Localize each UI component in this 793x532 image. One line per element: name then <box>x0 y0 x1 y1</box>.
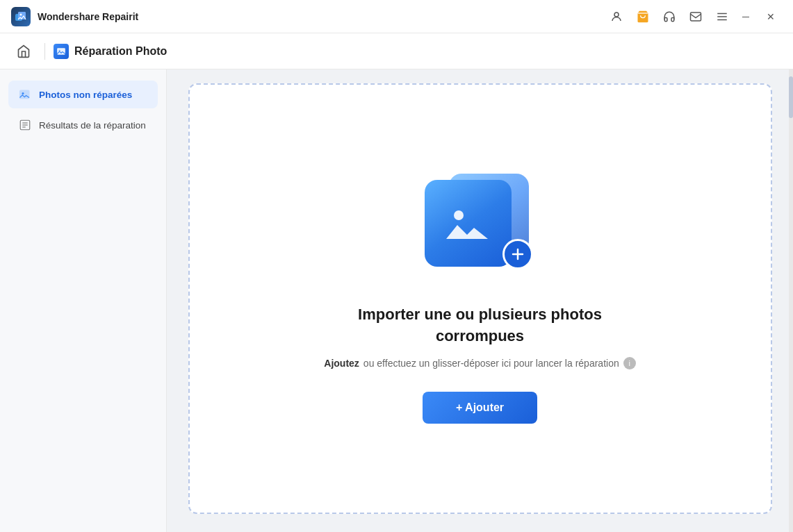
headset-icon[interactable] <box>662 10 676 24</box>
add-button[interactable]: + Ajouter <box>423 392 537 424</box>
minimize-button[interactable]: ─ <box>735 6 757 28</box>
drop-subtitle-rest: ou effectuez un glisser-déposer ici pour… <box>363 358 619 369</box>
add-circle-icon <box>502 239 533 269</box>
results-icon <box>18 118 32 132</box>
sidebar: Photos non réparées Résultats de la répa… <box>0 69 167 532</box>
info-icon[interactable]: i <box>623 357 636 369</box>
svg-point-18 <box>454 210 464 220</box>
sidebar-item-repair-results[interactable]: Résultats de la réparation <box>8 111 158 139</box>
drop-subtitle-bold: Ajoutez <box>324 358 359 369</box>
unrepaired-icon <box>18 88 32 101</box>
main-layout: Photos non réparées Résultats de la répa… <box>0 69 793 532</box>
title-bar: Wondershare Repairit ─ <box>0 0 793 33</box>
scrollbar-thumb[interactable] <box>789 76 793 118</box>
photo-upload-icon <box>425 174 536 285</box>
scrollbar-track <box>789 69 793 532</box>
home-button[interactable] <box>11 39 36 64</box>
nav-photo-icon <box>54 44 69 59</box>
svg-point-4 <box>614 13 619 17</box>
menu-icon[interactable] <box>715 10 729 24</box>
sidebar-label-results: Résultats de la réparation <box>39 120 146 131</box>
content-area: Importer une ou plusieurs photos corromp… <box>167 69 793 532</box>
close-button[interactable]: ✕ <box>760 6 782 28</box>
drop-subtitle: Ajoutez ou effectuez un glisser-déposer … <box>324 357 635 369</box>
svg-rect-10 <box>57 48 65 54</box>
sidebar-item-unrepaired-photos[interactable]: Photos non réparées <box>8 81 158 108</box>
cart-icon[interactable] <box>636 10 650 24</box>
nav-bar: Réparation Photo <box>0 33 793 69</box>
title-bar-icons <box>610 10 729 24</box>
drop-title: Importer une ou plusieurs photos corromp… <box>358 304 602 347</box>
page-title: Réparation Photo <box>74 45 167 58</box>
sidebar-label-unrepaired: Photos non réparées <box>39 90 132 100</box>
drop-zone[interactable]: Importer une ou plusieurs photos corromp… <box>188 83 772 514</box>
mail-icon[interactable] <box>689 10 703 24</box>
window-controls: ─ ✕ <box>735 6 782 28</box>
user-icon[interactable] <box>610 10 623 24</box>
nav-separator <box>44 43 45 60</box>
svg-point-13 <box>22 92 24 94</box>
svg-point-3 <box>20 13 22 15</box>
app-logo <box>11 7 31 26</box>
svg-rect-6 <box>691 13 701 21</box>
app-title: Wondershare Repairit <box>38 11 610 22</box>
